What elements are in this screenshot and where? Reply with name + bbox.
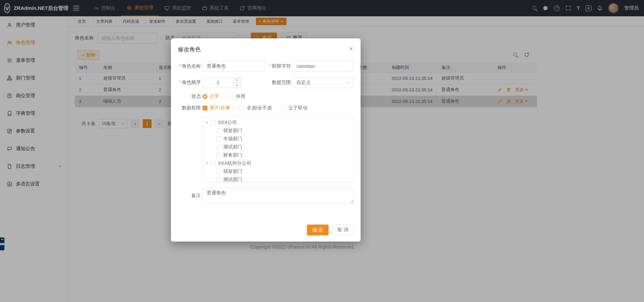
expand-caret-icon[interactable] [206,163,208,164]
remark-textarea[interactable]: 普通角色 [203,188,354,203]
close-icon[interactable]: × [349,45,353,52]
increase-button[interactable]: ▲ [233,77,241,83]
checkbox-icon[interactable] [216,153,221,158]
tree-node-dept[interactable]: 市场部门 [203,135,353,143]
dialog-title: 修改角色 [178,46,201,53]
role-order-stepper[interactable]: 2 ▲ ▼ [203,77,241,88]
tree-node-label: 测试部门 [223,144,242,150]
tree-node-label: 研发部门 [223,168,242,175]
select-all-checkbox[interactable]: 全选/全不选 [240,105,272,111]
dialog-body: *角色名称 *权限字符 *角色顺序 2 ▲ ▼ 数据范围 自定义 状态 [171,58,361,203]
checkbox-icon[interactable] [216,137,221,141]
data-perm-field-label: 数据权限 [178,105,203,111]
radio-normal[interactable]: 正常 [203,93,219,100]
confirm-button[interactable]: 确 定 [307,225,329,235]
cancel-button[interactable]: 取 消 [332,225,354,235]
role-order-field-label: *角色顺序 [178,79,203,86]
tree-node-company[interactable]: XXX公司 [203,119,353,127]
checkbox-icon [240,106,244,110]
tree-node-dept[interactable]: 研发部门 [203,127,353,135]
expand-collapse-checkbox[interactable]: ✓ 展开/折叠 [203,105,230,111]
tree-node-label: 市场部门 [223,136,242,142]
required-asterisk: * [179,79,181,85]
perm-char-field[interactable] [293,61,352,72]
radio-selected-icon [203,94,207,99]
perm-char-field-label: *权限字符 [265,63,293,69]
checkbox-icon[interactable] [216,128,221,133]
radio-label: 停用 [236,93,245,100]
data-scope-field-label: 数据范围 [265,79,293,86]
tree-node-dept[interactable]: 研发部门 [203,167,353,176]
checkbox-icon[interactable] [211,161,216,166]
dialog-header: 修改角色 × [171,38,361,58]
data-scope-select[interactable]: 自定义 [293,77,352,88]
parent-child-link-checkbox[interactable]: 父子联动 [281,105,308,111]
permission-tree: XXX公司 研发部门 市场部门 测试部门 财务部门 [203,117,354,182]
checkbox-icon[interactable] [216,169,221,174]
checkbox-icon[interactable] [211,120,216,125]
chevron-down-icon [346,80,349,84]
tree-node-label: XXX杭州分公司 [218,160,251,166]
role-name-field[interactable] [203,61,265,72]
checkbox-icon[interactable] [216,177,221,182]
remark-field-label: 备注 [178,193,203,199]
status-field-label: 状态 [178,93,203,100]
required-asterisk: * [269,63,271,69]
checkbox-checked-icon: ✓ [203,106,207,110]
tree-node-label: 财务部门 [223,152,242,158]
checkbox-icon [281,106,286,110]
role-order-value: 2 [217,80,220,85]
expand-caret-icon[interactable] [206,122,208,124]
tree-node-label: 研发部门 [223,128,242,134]
data-perm-toggles: ✓ 展开/折叠 全选/全不选 父子联动 [203,105,308,111]
tree-node-dept[interactable]: 测试部门 [203,176,353,182]
tree-node-dept[interactable]: 测试部门 [203,143,353,151]
required-asterisk: * [179,63,181,69]
radio-disabled[interactable]: 停用 [229,93,245,100]
checkbox-label: 全选/全不选 [247,105,272,111]
radio-unselected-icon [229,94,233,99]
dialog-footer: 确 定 取 消 [307,225,354,235]
checkbox-label: 父子联动 [289,105,308,111]
status-radio-group: 正常 停用 [203,93,245,100]
tree-node-branch[interactable]: XXX杭州分公司 [203,159,353,167]
radio-label: 正常 [210,93,219,100]
edit-role-dialog: 修改角色 × *角色名称 *权限字符 *角色顺序 2 ▲ ▼ 数据范围 自定义 [171,38,361,242]
data-scope-value: 自定义 [296,79,311,86]
role-name-field-label: *角色名称 [178,63,203,69]
tree-node-label: XXX公司 [218,120,237,126]
floating-widget[interactable] [0,237,4,250]
tree-node-dept[interactable]: 财务部门 [203,151,353,159]
tree-node-label: 测试部门 [223,177,242,182]
checkbox-label: 展开/折叠 [210,105,230,111]
decrease-button[interactable]: ▼ [233,83,241,88]
checkbox-icon[interactable] [216,145,221,149]
